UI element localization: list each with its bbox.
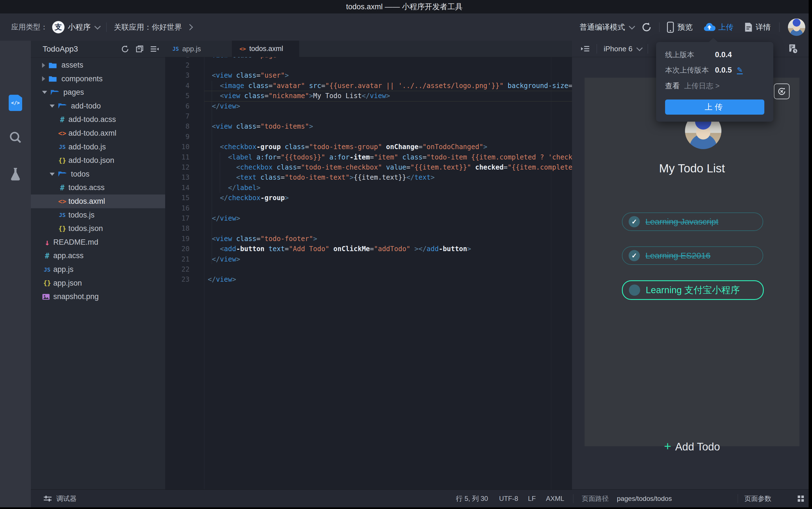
- new-window-icon[interactable]: [135, 45, 144, 53]
- tree-item-add-todo.axml[interactable]: <>add-todo.axml: [31, 127, 165, 140]
- tree-item-todos[interactable]: todos: [31, 167, 165, 181]
- chevron-down-icon[interactable]: [95, 23, 101, 29]
- alipay-logo-icon: 支: [52, 21, 65, 33]
- app-type-value[interactable]: 小程序: [68, 22, 91, 32]
- tree-item-add-todo.js[interactable]: JSadd-todo.js: [31, 140, 165, 154]
- json-file-icon: {}: [57, 225, 67, 232]
- tree-item-README.md[interactable]: ↓README.md: [31, 235, 165, 249]
- todo-item[interactable]: ✓Learning Javascript: [622, 212, 763, 231]
- tab-app.js[interactable]: JSapp.js: [165, 41, 232, 57]
- tree-item-todos.js[interactable]: JStodos.js: [31, 208, 165, 222]
- tree-item-add-todo.acss[interactable]: #add-todo.acss: [31, 113, 165, 127]
- page-params-button[interactable]: 页面参数: [744, 490, 771, 507]
- line-number: 21: [165, 254, 190, 264]
- line-number: 3: [165, 70, 190, 80]
- tree-item-label: todos.acss: [68, 183, 105, 192]
- details-button[interactable]: 详情: [745, 22, 771, 32]
- tab-todos.axml[interactable]: <>todos.axml: [232, 41, 299, 57]
- code-line-21[interactable]: </view>: [208, 254, 240, 264]
- add-todo-button[interactable]: +Add Todo: [585, 439, 800, 453]
- status-bar: 调试器 行 5, 列 30 UTF-8 LF AXML 页面路径 pages/t…: [31, 489, 809, 507]
- tree-item-app.json[interactable]: {}app.json: [31, 276, 165, 290]
- edit-version-icon[interactable]: ✎: [737, 66, 743, 74]
- code-line-6[interactable]: </view>: [208, 101, 240, 111]
- tree-arrow-icon[interactable]: [42, 63, 45, 68]
- debugger-toggle[interactable]: 调试器: [43, 490, 76, 507]
- tree-item-add-todo.json[interactable]: {}add-todo.json: [31, 154, 165, 167]
- history-icon[interactable]: [788, 44, 798, 54]
- tree-item-label: assets: [61, 61, 83, 69]
- line-number: 9: [165, 132, 190, 142]
- axml-file-icon: <>: [239, 46, 246, 52]
- page-path-label: 页面路径: [582, 490, 609, 507]
- code-line-14[interactable]: </label>: [208, 183, 261, 193]
- code-line-11[interactable]: <label a:for="{{todos}}" a:for-item="ite…: [208, 152, 572, 162]
- code-line-5[interactable]: <view class="nickname">My Todo List</vie…: [208, 91, 390, 101]
- restart-mini-app-button[interactable]: [774, 83, 789, 99]
- tree-arrow-icon[interactable]: [42, 91, 47, 94]
- device-select[interactable]: iPhone 6: [604, 44, 633, 53]
- code-line-20[interactable]: <add-button text="Add Todo" onClickMe="a…: [208, 244, 471, 254]
- tree-arrow-icon[interactable]: [42, 76, 45, 81]
- line-number: 17: [165, 213, 190, 224]
- code-line-13[interactable]: <text class="todo-item-text">{{item.text…: [208, 172, 435, 182]
- code-line-15[interactable]: </checkbox-group>: [208, 193, 289, 203]
- code-editor[interactable]: 1<view class="page">23 <view class="user…: [165, 41, 572, 489]
- tree-item-snapshot.png[interactable]: snapshot.png: [31, 290, 165, 304]
- code-line-12[interactable]: <checkbox class="todo-item-checkbox" val…: [208, 162, 572, 172]
- code-line-8[interactable]: <view class="todo-items">: [208, 122, 313, 131]
- todo-item[interactable]: Learning 支付宝小程序: [622, 280, 764, 300]
- acss-file-icon: #: [57, 115, 67, 124]
- related-app[interactable]: 关联应用：你好世界: [114, 22, 182, 32]
- upload-button[interactable]: 上传: [703, 22, 734, 32]
- code-file-icon[interactable]: </>: [0, 90, 31, 116]
- tree-item-todos.json[interactable]: {}todos.json: [31, 222, 165, 235]
- explorer-header: TodoApp3: [31, 41, 165, 58]
- editor-tabbar: JSapp.js<>todos.axml: [165, 41, 572, 57]
- checked-circle-icon[interactable]: ✓: [629, 250, 640, 261]
- unchecked-circle-icon[interactable]: [629, 284, 640, 296]
- user-avatar[interactable]: [788, 19, 805, 36]
- search-icon[interactable]: [0, 124, 31, 151]
- collapse-all-icon[interactable]: [150, 45, 159, 53]
- tree-item-todos.axml[interactable]: <>todos.axml: [31, 195, 165, 208]
- checked-circle-icon[interactable]: ✓: [629, 216, 640, 227]
- encoding: UTF-8: [499, 490, 518, 507]
- chevron-right-icon[interactable]: [187, 24, 193, 30]
- line-number: 6: [165, 101, 190, 111]
- tree-item-todos.acss[interactable]: #todos.acss: [31, 181, 165, 195]
- tree-item-app.acss[interactable]: #app.acss: [31, 249, 165, 263]
- tree-item-add-todo[interactable]: add-todo: [31, 99, 165, 113]
- tree-item-components[interactable]: components: [31, 72, 165, 86]
- chevron-down-icon[interactable]: [636, 45, 643, 51]
- tree-arrow-icon[interactable]: [49, 105, 55, 108]
- js-file-icon: JS: [42, 266, 52, 273]
- tree-item-label: app.js: [53, 265, 73, 274]
- upload-log-link[interactable]: 上传日志 >: [684, 81, 719, 91]
- js-file-icon: JS: [57, 212, 67, 218]
- code-line-3[interactable]: <view class="user">: [208, 70, 289, 80]
- layout-grid-icon[interactable]: [798, 490, 804, 507]
- tree-item-app.js[interactable]: JSapp.js: [31, 263, 165, 276]
- tab-label: app.js: [182, 45, 201, 53]
- flask-icon[interactable]: [0, 161, 31, 188]
- code-line-10[interactable]: <checkbox-group class="todo-items-group"…: [208, 142, 487, 152]
- chevron-down-icon[interactable]: [629, 23, 635, 29]
- preview-button[interactable]: 预览: [667, 22, 692, 33]
- refresh-icon[interactable]: [121, 45, 129, 53]
- code-line-4[interactable]: <image class="avatar" src="{{user.avatar…: [208, 81, 572, 91]
- code-line-17[interactable]: </view>: [208, 213, 240, 224]
- tree-arrow-icon[interactable]: [49, 173, 55, 176]
- tree-item-assets[interactable]: assets: [31, 58, 165, 72]
- refresh-icon[interactable]: [641, 22, 652, 33]
- code-line-19[interactable]: <view class="todo-footer">: [208, 234, 317, 244]
- tree-item-pages[interactable]: pages: [31, 86, 165, 99]
- todo-item[interactable]: ✓Learning ES2016: [622, 246, 763, 265]
- code-line-23[interactable]: </view>: [208, 274, 236, 284]
- line-number: 8: [165, 122, 190, 131]
- tree-item-label: add-todo.axml: [68, 129, 116, 138]
- panel-toggle-icon[interactable]: [580, 44, 590, 53]
- compile-mode-select[interactable]: 普通编译模式: [580, 22, 625, 32]
- popup-upload-button[interactable]: 上传: [665, 100, 764, 115]
- tab-label: todos.axml: [249, 44, 283, 53]
